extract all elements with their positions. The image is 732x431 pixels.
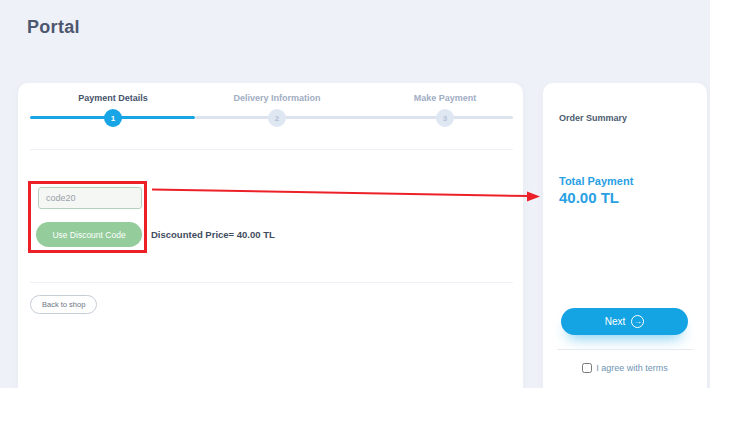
terms-label: I agree with terms [596,363,668,373]
use-discount-code-button[interactable]: Use Discount Code [36,222,142,247]
back-to-shop-button[interactable]: Back to shop [30,295,97,314]
step-circle-2[interactable]: 2 [268,109,286,127]
footer-divider [30,282,513,283]
total-payment-label: Total Payment [559,175,633,187]
next-button[interactable]: Next → [561,308,688,335]
next-button-label: Next [605,316,626,327]
portal-page: Portal Payment Details Delivery Informat… [0,0,710,388]
step-label-payment-details: Payment Details [78,93,148,103]
terms-row: I agree with terms [543,363,707,373]
order-summary-card: Order Summary Total Payment 40.00 TL Nex… [543,83,707,388]
discount-code-input[interactable] [38,187,142,209]
total-payment-value: 40.00 TL [559,189,619,206]
step-circle-1[interactable]: 1 [104,109,122,127]
stepper-remaining-line [195,116,513,119]
summary-divider [557,349,693,350]
step-circle-3[interactable]: 3 [436,109,454,127]
step-label-make-payment: Make Payment [414,93,477,103]
stepper-divider [30,149,513,150]
page-title: Portal [27,17,80,38]
order-summary-title: Order Summary [559,113,627,123]
step-label-delivery-information: Delivery Information [233,93,320,103]
terms-checkbox[interactable] [582,363,592,373]
payment-card: Payment Details Delivery Information Mak… [18,83,523,388]
arrow-right-circle-icon: → [631,315,644,328]
discounted-price-text: Discounted Price= 40.00 TL [151,229,275,240]
